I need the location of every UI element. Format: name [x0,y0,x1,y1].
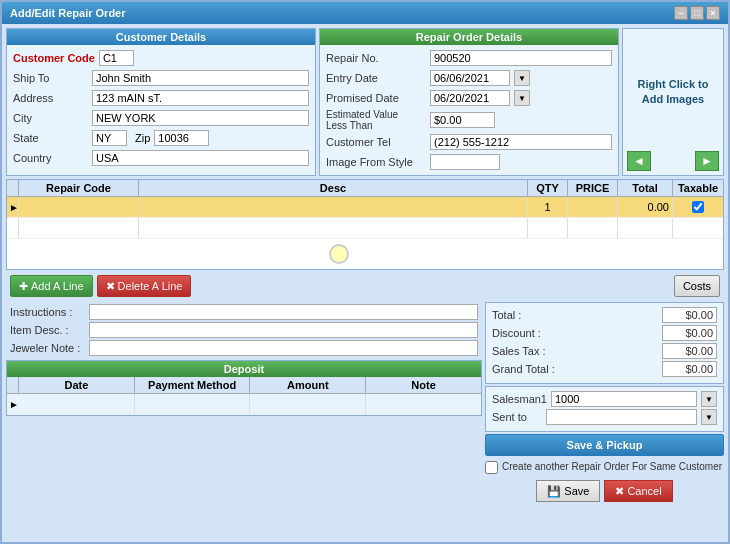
window-controls: − □ × [674,6,720,20]
taxable-checkbox[interactable] [692,201,704,213]
empty-repair-cell [19,218,139,238]
customer-code-row: Customer Code [13,49,309,67]
customer-tel-input[interactable] [430,134,612,150]
empty-total-cell [618,218,673,238]
promised-date-dropdown[interactable]: ▼ [514,90,530,106]
country-label: Country [13,152,88,164]
cursor-indicator [329,244,349,264]
ship-to-input[interactable] [92,70,309,86]
salesman-dropdown[interactable]: ▼ [701,391,717,407]
taxable-cell[interactable] [673,197,723,217]
window-title: Add/Edit Repair Order [10,7,126,19]
sent-to-input[interactable] [546,409,697,425]
deposit-arrow: ► [7,394,19,414]
repair-code-cell[interactable] [19,197,139,217]
image-from-input[interactable] [430,154,500,170]
customer-code-input[interactable] [99,50,134,66]
close-btn[interactable]: × [706,6,720,20]
estimated-label: Estimated Value [326,109,426,120]
qty-input[interactable] [531,199,564,215]
customer-tel-label: Customer Tel [326,136,426,148]
col-price: PRICE [568,180,618,196]
col-total: Total [618,180,673,196]
discount-label: Discount : [492,327,541,339]
desc-input[interactable] [142,199,524,215]
estimated-input[interactable] [430,112,495,128]
save-label: Save [564,485,589,497]
image-arrows: ◄ ► [627,151,719,171]
delete-line-button[interactable]: ✖ Delete A Line [97,275,192,297]
row-arrow: ► [7,197,19,217]
state-input[interactable] [92,130,127,146]
promised-date-input[interactable] [430,90,510,106]
address-row: Address [13,89,309,107]
city-input[interactable] [92,110,309,126]
item-desc-input[interactable] [89,322,478,338]
minimize-btn[interactable]: − [674,6,688,20]
promised-date-row: Promised Date ▼ [326,89,612,107]
add-line-icon: ✚ [19,280,28,293]
empty-row-arrow [7,218,19,238]
customer-code-label: Customer Code [13,52,95,64]
save-icon: 💾 [547,485,561,498]
grid-section: Repair Code Desc QTY PRICE Total Taxable… [6,179,724,270]
entry-date-dropdown[interactable]: ▼ [514,70,530,86]
sent-to-dropdown[interactable]: ▼ [701,409,717,425]
discount-row: Discount : [492,325,717,341]
price-cell[interactable] [568,197,618,217]
address-label: Address [13,92,88,104]
discount-value-input [662,325,717,341]
dep-col-amount: Amount [250,377,366,393]
customer-form: Customer Code Ship To Address City [7,45,315,171]
city-label: City [13,112,88,124]
salesman-section: Salesman1 ▼ Sent to ▼ [485,386,724,432]
image-panel: Right Click to Add Images ◄ ► [622,28,724,176]
repair-no-label: Repair No. [326,52,426,64]
save-cancel-row: 💾 Save ✖ Cancel [485,480,724,502]
deposit-date-cell [19,394,135,414]
price-input[interactable] [571,199,614,215]
maximize-btn[interactable]: □ [690,6,704,20]
estimated-sub-label: Less Than [326,120,426,131]
salesman-input[interactable] [551,391,697,407]
repair-no-input[interactable] [430,50,612,66]
save-pickup-button[interactable]: Save & Pickup [485,434,724,456]
cancel-button[interactable]: ✖ Cancel [604,480,672,502]
entry-date-input[interactable] [430,70,510,86]
deposit-header: Deposit [7,361,481,377]
dep-col-note: Note [366,377,481,393]
ship-to-label: Ship To [13,72,88,84]
address-input[interactable] [92,90,309,106]
sent-to-row: Sent to ▼ [492,409,717,425]
qty-cell[interactable] [528,197,568,217]
dep-col-payment: Payment Method [135,377,251,393]
instructions-input[interactable] [89,304,478,320]
left-bottom: Instructions : Item Desc. : Jeweler Note… [6,302,482,538]
customer-tel-row: Customer Tel [326,133,612,151]
add-line-button[interactable]: ✚ Add A Line [10,275,93,297]
table-row-empty [7,218,723,239]
repair-form: Repair No. Entry Date ▼ Promised Date ▼ [320,45,618,175]
zip-input[interactable] [154,130,209,146]
customer-panel: Customer Details Customer Code Ship To A… [6,28,316,176]
repair-code-input[interactable] [22,199,135,215]
desc-cell[interactable] [139,197,528,217]
grand-total-label: Grand Total : [492,363,555,375]
grid-header: Repair Code Desc QTY PRICE Total Taxable [7,180,723,197]
repair-header: Repair Order Details [320,29,618,45]
cursor-area [7,239,723,269]
empty-desc-cell [139,218,528,238]
estimated-row: Estimated Value Less Than [326,109,612,131]
arrow-left-btn[interactable]: ◄ [627,151,651,171]
sales-tax-row: Sales Tax : [492,343,717,359]
create-another-checkbox[interactable] [485,461,498,474]
save-button[interactable]: 💾 Save [536,480,600,502]
deposit-section: Deposit Date Payment Method Amount Note … [6,360,482,416]
country-input[interactable] [92,150,309,166]
repair-panel: Repair Order Details Repair No. Entry Da… [319,28,619,176]
costs-button[interactable]: Costs [674,275,720,297]
image-from-row: Image From Style [326,153,612,171]
jeweler-note-input[interactable] [89,340,478,356]
arrow-right-btn[interactable]: ► [695,151,719,171]
cancel-label: Cancel [627,485,661,497]
